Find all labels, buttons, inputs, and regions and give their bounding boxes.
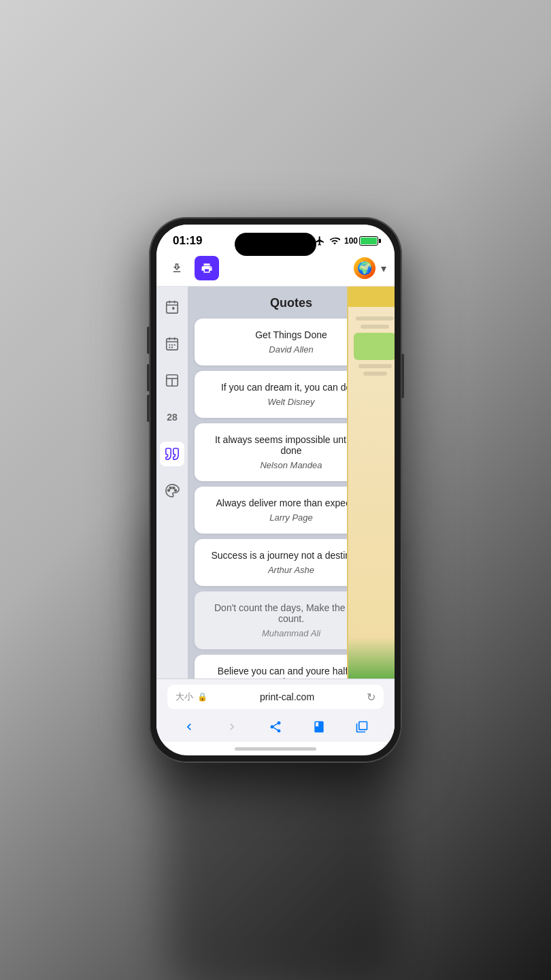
quote-card-2[interactable]: It always seems impossible until it is d… <box>195 423 388 481</box>
calendar-heart-icon <box>165 299 180 314</box>
quote-author-2: Nelson Mandea <box>208 460 374 470</box>
quote-author-4: Arthur Ashe <box>208 565 374 575</box>
back-button[interactable] <box>176 716 203 738</box>
phone-screen: 01:19 100 <box>156 225 395 755</box>
quote-text-1: If you can dream it, you can do it. <box>208 382 374 393</box>
palette-icon <box>165 483 180 498</box>
quotes-list: Get Things DoneDavid AllenIf you can dre… <box>188 318 395 679</box>
url-bar[interactable]: 大小 🔒 print-cal.com ↻ <box>167 685 384 709</box>
book-icon <box>312 720 326 734</box>
sidebar-item-calendar-heart[interactable] <box>160 295 184 319</box>
quote-card-1[interactable]: If you can dream it, you can do it.Welt … <box>195 371 388 418</box>
svg-rect-0 <box>167 302 178 314</box>
phone-device: 01:19 100 <box>150 218 401 762</box>
wifi-icon <box>329 235 340 246</box>
sidebar: 28 <box>156 287 188 679</box>
quote-card-6[interactable]: Believe you can and youre halfway thereT… <box>195 655 388 679</box>
status-icons: 100 <box>314 235 378 246</box>
status-bar: 01:19 100 <box>156 225 395 250</box>
sidebar-item-layout[interactable] <box>160 368 184 393</box>
tabs-icon <box>355 720 369 734</box>
svg-point-19 <box>175 489 177 491</box>
chevron-down-button[interactable]: ▾ <box>381 262 386 275</box>
layout-icon <box>165 373 180 388</box>
quotes-panel: Quotes Get Things DoneDavid AllenIf you … <box>188 287 395 679</box>
share-icon <box>269 720 282 734</box>
share-button[interactable] <box>262 716 289 738</box>
quote-card-4[interactable]: Success is a journey not a destinationAr… <box>195 539 388 586</box>
forward-icon <box>225 720 239 734</box>
home-indicator <box>156 742 395 755</box>
globe-button[interactable]: 🌍 <box>354 257 375 279</box>
quote-author-0: David Allen <box>208 344 374 355</box>
bookmarks-button[interactable] <box>305 716 333 738</box>
svg-point-16 <box>168 489 170 491</box>
content-area: 28 Quotes Get Things DoneDavid AllenIf y… <box>156 287 395 679</box>
tabs-button[interactable] <box>348 716 375 738</box>
sidebar-item-palette[interactable] <box>160 478 184 503</box>
quotes-page[interactable]: Quotes Get Things DoneDavid AllenIf you … <box>188 287 395 679</box>
reload-button[interactable]: ↻ <box>367 691 375 704</box>
quote-card-0[interactable]: Get Things DoneDavid Allen <box>195 318 388 365</box>
svg-point-18 <box>173 487 175 489</box>
quote-text-4: Success is a journey not a destination <box>208 550 374 561</box>
quote-text-6: Believe you can and youre halfway there <box>208 666 374 679</box>
back-icon <box>182 720 196 734</box>
sidebar-item-quotes[interactable] <box>160 442 184 466</box>
quotes-icon <box>165 446 180 461</box>
quote-author-5: Muhammad Ali <box>208 628 374 638</box>
download-icon <box>171 262 183 274</box>
calendar-grid-icon <box>165 336 180 351</box>
quote-author-1: Welt Disney <box>208 397 374 407</box>
print-icon <box>201 262 213 274</box>
dynamic-island <box>235 233 316 256</box>
battery-indicator: 100 <box>344 236 378 246</box>
quote-text-0: Get Things Done <box>208 329 374 340</box>
print-button[interactable] <box>195 256 219 280</box>
sidebar-item-calendar-grid[interactable] <box>160 331 184 356</box>
browser-bottom: 大小 🔒 print-cal.com ↻ <box>156 679 395 742</box>
font-size-label[interactable]: 大小 <box>176 691 193 703</box>
url-text[interactable]: print-cal.com <box>212 691 363 702</box>
quote-author-3: Larry Page <box>208 512 374 523</box>
quote-text-5: Don't count the days, Make the days coun… <box>208 602 374 624</box>
quotes-title: Quotes <box>188 287 395 318</box>
home-bar <box>235 747 316 751</box>
nav-bar <box>167 713 384 739</box>
sidebar-item-date[interactable]: 28 <box>160 405 184 429</box>
quote-text-2: It always seems impossible until it is d… <box>208 434 374 456</box>
quote-card-5[interactable]: Don't count the days, Make the days coun… <box>195 591 388 649</box>
lock-icon: 🔒 <box>197 692 207 702</box>
svg-point-17 <box>169 487 171 489</box>
forward-button[interactable] <box>218 716 246 738</box>
date-label: 28 <box>167 412 178 423</box>
download-button[interactable] <box>165 256 189 280</box>
quote-card-3[interactable]: Always deliver more than expected.Larry … <box>195 487 388 534</box>
status-time: 01:19 <box>173 234 202 248</box>
quote-text-3: Always deliver more than expected. <box>208 497 374 508</box>
